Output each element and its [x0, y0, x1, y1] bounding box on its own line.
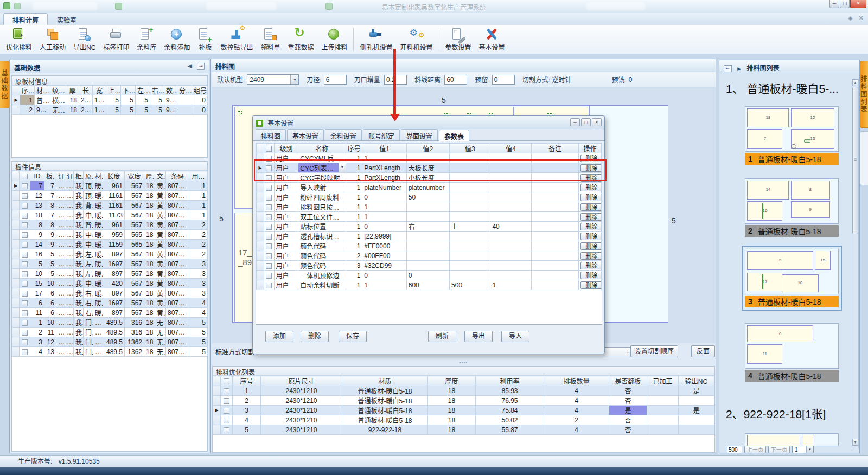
- row-checkbox[interactable]: [22, 203, 28, 209]
- row-checkbox[interactable]: [266, 185, 272, 191]
- toolbar-button-reload-data[interactable]: ↻重载数据: [284, 25, 317, 54]
- dialog-minimize-button[interactable]: ─: [570, 118, 580, 126]
- close-button[interactable]: ✕: [850, 0, 866, 8]
- dialog-tab-6[interactable]: 参数表: [439, 130, 469, 141]
- column-header[interactable]: 排板数量: [544, 376, 609, 386]
- skin-icon[interactable]: ◈: [848, 15, 852, 21]
- row-checkbox[interactable]: [266, 263, 272, 269]
- toolbar-button-picking-list[interactable]: 领料单: [257, 25, 284, 54]
- row-checkbox[interactable]: [22, 330, 28, 336]
- toolbar-button-manual-move[interactable]: 人工移动: [36, 25, 69, 54]
- row-checkbox[interactable]: [266, 195, 272, 201]
- delete-row-button[interactable]: 删除: [580, 213, 601, 221]
- dialog-tab-5[interactable]: 界面设置: [401, 129, 438, 140]
- layout-thumbnail[interactable]: 51517103普通板材-暖白5-18: [742, 246, 842, 311]
- maximize-button[interactable]: ▢: [840, 0, 850, 8]
- row-checkbox[interactable]: [266, 234, 272, 240]
- row-checkbox[interactable]: [22, 242, 28, 248]
- column-header[interactable]: 订: [56, 171, 65, 181]
- slash-distance-input[interactable]: [444, 75, 467, 85]
- parts-table[interactable]: ID板.订订柜.原..材..长度宽度厚..文..条码用…▶77……我.顶..暖.…: [12, 171, 207, 357]
- dialog-maximize-button[interactable]: ▢: [581, 118, 591, 126]
- column-header[interactable]: 备注: [531, 144, 579, 153]
- row-checkbox[interactable]: [22, 349, 28, 355]
- column-header[interactable]: 值4: [490, 144, 531, 153]
- dialog-button-right-1[interactable]: 刷新: [428, 331, 456, 342]
- delete-row-button[interactable]: 删除: [580, 262, 601, 269]
- sidebar-tab-layout-list[interactable]: 排料图列表: [860, 61, 868, 128]
- plate-caption[interactable]: 4普通板材-暖白5-18: [745, 370, 839, 382]
- reserve-input[interactable]: [492, 75, 515, 85]
- column-header[interactable]: 利用率: [476, 376, 544, 386]
- prev-page-button[interactable]: 上一页: [744, 446, 766, 454]
- row-checkbox[interactable]: [22, 261, 28, 267]
- layout-thumbnail[interactable]: 18127131普通板材-暖白5-18: [745, 106, 839, 165]
- dialog-button-3[interactable]: 保存: [339, 331, 367, 342]
- toolbar-button-surplus-add[interactable]: +余料添加: [160, 25, 194, 54]
- minimize-button[interactable]: ─: [829, 0, 839, 8]
- column-header[interactable]: 上…: [106, 86, 121, 95]
- select-all-checkbox[interactable]: [22, 174, 28, 179]
- column-header[interactable]: 级别: [274, 144, 298, 153]
- sidebar-tab-basic-data[interactable]: 基础数据: [0, 61, 9, 108]
- toolbar-button-cnc-drill-export[interactable]: ⚙数控钻导出: [216, 25, 257, 54]
- toolbar-button-side-hole-machine[interactable]: 侧孔机设置: [356, 25, 396, 54]
- column-header[interactable]: 操作: [579, 144, 602, 153]
- delete-row-button[interactable]: 删除: [580, 194, 601, 201]
- column-header[interactable]: 是否翻板: [609, 376, 647, 386]
- column-header[interactable]: 下…: [121, 86, 136, 95]
- plate-caption[interactable]: 1普通板材-暖白5-18: [745, 153, 839, 165]
- row-checkbox[interactable]: [22, 271, 28, 277]
- plate-caption[interactable]: 3普通板材-暖白5-18: [745, 296, 839, 307]
- page-number-select[interactable]: 1 ▼: [792, 446, 814, 454]
- scrollbar-thumb[interactable]: [852, 87, 858, 234]
- row-checkbox[interactable]: [266, 214, 272, 220]
- toolbar-button-optimize[interactable]: 优化排料: [2, 25, 36, 54]
- dialog-close-button[interactable]: ✕: [592, 118, 602, 126]
- layout-thumbnail[interactable]: [745, 433, 839, 446]
- dialog-tab-1[interactable]: 排料图: [256, 129, 286, 140]
- column-header[interactable]: 原片尺寸: [261, 376, 342, 386]
- ribbon-close-icon[interactable]: ✕: [859, 15, 864, 21]
- optimize-table[interactable]: 序号原片尺寸材质厚度利用率排板数量是否翻板已加工输出NC12430*1210普通…: [213, 376, 714, 435]
- column-header[interactable]: 材…: [35, 86, 50, 95]
- next-page-button[interactable]: 下一页: [768, 446, 790, 454]
- delete-row-button[interactable]: 删除: [580, 242, 601, 250]
- row-checkbox[interactable]: [22, 213, 28, 219]
- plate-caption[interactable]: 2普通板材-暖白5-18: [745, 225, 839, 237]
- row-checkbox[interactable]: [22, 300, 28, 306]
- row-checkbox[interactable]: [224, 418, 229, 423]
- row-checkbox[interactable]: [266, 253, 272, 259]
- column-header[interactable]: 订: [65, 171, 74, 181]
- page-size-input[interactable]: [727, 446, 742, 454]
- row-checkbox[interactable]: [22, 252, 28, 258]
- layout-thumbnail[interactable]: 6114普通板材-暖白5-18: [745, 323, 839, 382]
- column-header[interactable]: 值2: [406, 144, 449, 153]
- row-checkbox[interactable]: [22, 339, 28, 345]
- column-header[interactable]: 分…: [177, 86, 192, 95]
- column-header[interactable]: 值3: [450, 144, 490, 153]
- delete-row-button[interactable]: 删除: [580, 203, 601, 211]
- column-header[interactable]: ID: [30, 171, 44, 181]
- delete-row-button[interactable]: 删除: [580, 223, 601, 230]
- ribbon-tab-1[interactable]: 排料计算: [3, 13, 48, 25]
- delete-row-button[interactable]: 删除: [580, 252, 601, 260]
- dialog-button-right-2[interactable]: 导出: [464, 331, 493, 342]
- delete-row-button[interactable]: 删除: [580, 184, 601, 191]
- toolbar-button-upload-nesting[interactable]: ↑上传排料: [317, 25, 351, 54]
- column-header[interactable]: 已加工: [647, 376, 679, 386]
- dialog-tab-4[interactable]: 账号绑定: [363, 129, 400, 140]
- row-checkbox[interactable]: [22, 320, 28, 326]
- machine-model-select[interactable]: 2409 ▼: [247, 74, 299, 85]
- row-checkbox[interactable]: [22, 193, 28, 199]
- column-header[interactable]: 板.: [44, 171, 56, 181]
- column-header[interactable]: 材质: [342, 376, 428, 386]
- column-header[interactable]: 用…: [189, 171, 208, 181]
- column-header[interactable]: 文..: [155, 171, 166, 181]
- dock-icon[interactable]: ⇥: [197, 63, 205, 70]
- column-header[interactable]: 名称: [298, 144, 346, 153]
- row-checkbox[interactable]: [224, 388, 229, 394]
- row-checkbox[interactable]: [224, 427, 229, 433]
- delete-row-button[interactable]: 删除: [580, 272, 601, 279]
- column-header[interactable]: 条码: [166, 171, 189, 181]
